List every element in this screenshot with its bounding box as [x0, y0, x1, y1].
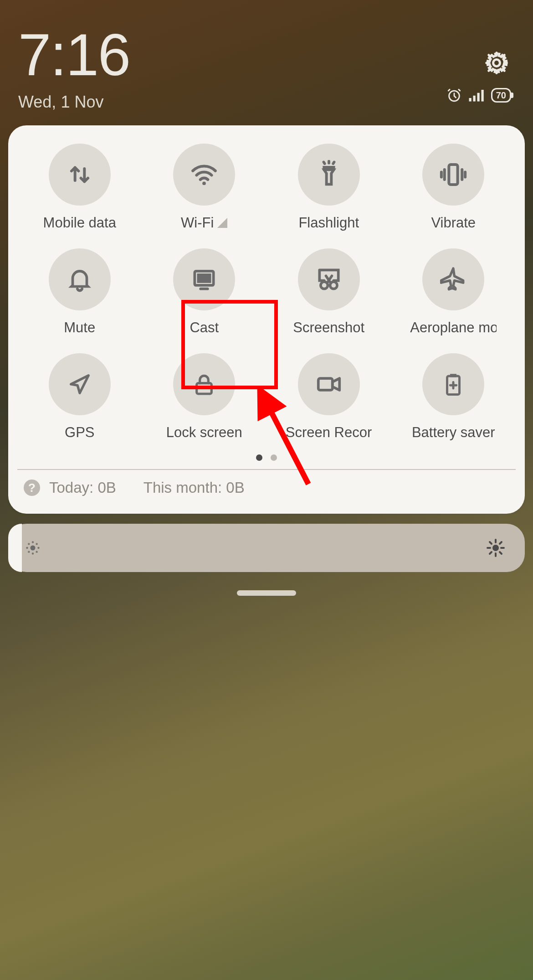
svg-point-23	[36, 552, 37, 552]
data-usage-today: Today: 0B	[49, 479, 116, 496]
svg-point-22	[29, 552, 29, 552]
airplane-icon	[440, 266, 466, 293]
clock-date: Wed, 1 Nov	[18, 93, 510, 112]
tile-flashlight[interactable]: Flashlight	[266, 144, 391, 231]
tile-gps[interactable]: GPS	[17, 353, 142, 441]
location-icon	[67, 371, 93, 397]
tile-vibrate[interactable]: Vibrate	[391, 144, 516, 231]
data-usage-month: This month: 0B	[144, 479, 245, 496]
page-indicator[interactable]	[17, 454, 516, 461]
tile-label: Flashlight	[298, 215, 359, 231]
svg-point-18	[27, 547, 27, 548]
video-camera-icon	[315, 370, 343, 398]
svg-rect-9	[197, 273, 211, 283]
tile-wifi[interactable]: Wi-Fi	[142, 144, 267, 231]
svg-rect-4	[477, 93, 479, 102]
wifi-signal-icon	[217, 218, 227, 228]
tile-label: Wi-Fi	[181, 215, 227, 231]
svg-rect-12	[197, 383, 212, 394]
flashlight-icon	[314, 160, 343, 189]
tile-label: Vibrate	[431, 215, 476, 231]
screenshot-icon	[315, 265, 343, 294]
tile-label: Screen Recorder	[286, 424, 372, 441]
signal-icon	[468, 88, 485, 102]
bell-icon	[66, 265, 94, 294]
svg-rect-5	[481, 90, 483, 102]
svg-rect-13	[318, 378, 333, 390]
status-icons: 70	[446, 88, 511, 103]
gear-icon	[484, 50, 509, 76]
tile-label: GPS	[65, 424, 94, 441]
vibrate-icon	[438, 160, 468, 190]
svg-point-19	[38, 547, 39, 548]
page-dot-active	[256, 454, 262, 461]
svg-rect-7	[449, 165, 458, 185]
divider	[17, 469, 516, 470]
tile-label: Screenshot	[293, 320, 364, 336]
tile-mute[interactable]: Mute	[17, 248, 142, 336]
tile-label: Cast	[190, 320, 219, 336]
tile-aeroplane-mode[interactable]: Aeroplane mode	[391, 248, 516, 336]
wifi-icon	[189, 160, 219, 190]
brightness-min-icon	[24, 539, 42, 557]
mobile-data-icon	[66, 160, 94, 189]
svg-point-6	[202, 181, 206, 185]
data-usage-row[interactable]: ? Today: 0B This month: 0B	[17, 479, 516, 505]
svg-point-16	[32, 542, 33, 542]
brightness-max-icon	[485, 537, 507, 559]
quick-settings-panel: Mobile data Wi-Fi Flashlight Vibrate Mut…	[8, 125, 525, 514]
svg-point-15	[31, 546, 36, 551]
page-dot	[271, 454, 277, 461]
brightness-slider[interactable]	[8, 524, 525, 572]
tile-screenshot[interactable]: Screenshot	[266, 248, 391, 336]
svg-rect-2	[469, 98, 471, 102]
tile-cast[interactable]: Cast	[142, 248, 267, 336]
svg-point-21	[36, 544, 37, 544]
tile-lock-screen[interactable]: Lock screen	[142, 353, 267, 441]
battery-plus-icon	[441, 372, 466, 397]
brightness-thumb[interactable]	[8, 524, 22, 572]
svg-point-17	[32, 553, 33, 554]
drag-handle[interactable]	[237, 590, 296, 596]
settings-button[interactable]	[484, 50, 509, 76]
tile-mobile-data[interactable]: Mobile data	[17, 144, 142, 231]
lock-icon	[191, 371, 217, 397]
status-header: 7:16 Wed, 1 Nov 70	[0, 0, 533, 125]
tile-label: Mute	[64, 320, 95, 336]
tile-label: Mobile data	[43, 215, 116, 231]
help-icon: ?	[24, 480, 40, 496]
cast-icon	[190, 265, 218, 294]
clock-time: 7:16	[18, 25, 510, 84]
tile-label: Aeroplane mode	[410, 320, 497, 336]
quick-settings-grid: Mobile data Wi-Fi Flashlight Vibrate Mut…	[17, 144, 516, 441]
tile-label: Lock screen	[166, 424, 242, 441]
tile-screen-recorder[interactable]: Screen Recorder	[266, 353, 391, 441]
svg-point-20	[29, 544, 29, 544]
svg-point-24	[492, 545, 499, 551]
battery-indicator: 70	[491, 88, 511, 103]
alarm-icon	[446, 88, 462, 103]
svg-point-0	[493, 60, 500, 67]
tile-battery-saver[interactable]: Battery saver	[391, 353, 516, 441]
svg-rect-3	[473, 96, 475, 102]
tile-label: Battery saver	[412, 424, 495, 441]
